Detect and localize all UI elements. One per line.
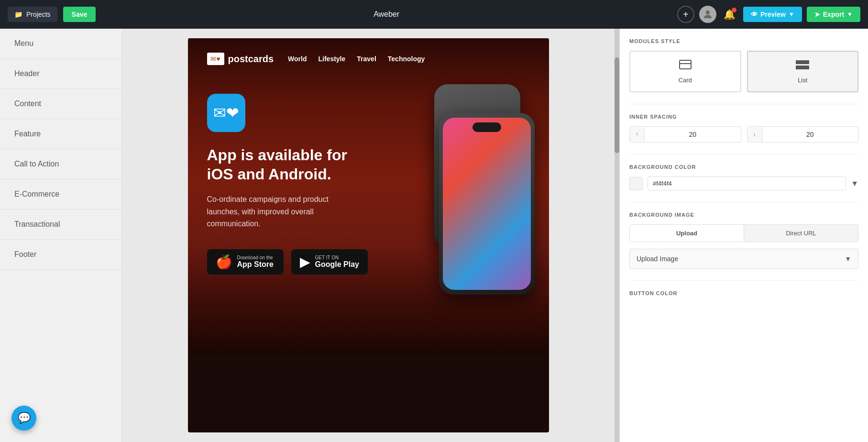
sidebar-label-menu: Menu <box>14 39 33 47</box>
main-layout: Menu Header Content Feature Call to Acti… <box>0 29 868 442</box>
sidebar-item-header[interactable]: Header <box>0 59 121 89</box>
sidebar-label-ecommerce: E-Commerce <box>14 190 59 198</box>
divider-4 <box>629 280 858 281</box>
preview-button[interactable]: 👁 Preview ▼ <box>743 7 802 22</box>
email-nav-links: World Lifestyle Travel Technology <box>288 55 425 63</box>
notification-dot <box>732 8 736 12</box>
phone-front <box>439 113 535 295</box>
right-panel: MODULES STYLE Card List INNER SPACING ↑ … <box>619 29 868 442</box>
button-color-title: BUTTON COLOR <box>629 290 858 296</box>
bg-color-row: ▼ <box>629 177 858 190</box>
sidebar-item-feature[interactable]: Feature <box>0 119 121 149</box>
nav-link-lifestyle: Lifestyle <box>319 55 346 63</box>
svg-rect-4 <box>796 66 809 69</box>
divider-3 <box>629 202 858 202</box>
appstore-text: Download on the App Store <box>237 255 274 269</box>
save-button[interactable]: Save <box>63 7 96 22</box>
sidebar-label-header: Header <box>14 69 39 77</box>
divider-1 <box>629 104 858 104</box>
modules-style-title: MODULES STYLE <box>629 38 858 44</box>
appstore-button[interactable]: 🍎 Download on the App Store <box>207 249 284 275</box>
sidebar-label-transactional: Transactional <box>14 220 60 228</box>
googleplay-button[interactable]: ▶ GET IT ON Google Play <box>291 249 368 275</box>
list-icon <box>795 59 810 73</box>
svg-rect-3 <box>796 60 809 64</box>
projects-label: Projects <box>26 11 51 18</box>
center-wrapper: ✉♥ postcards World Lifestyle Travel Tech… <box>122 29 619 442</box>
sidebar-item-menu[interactable]: Menu <box>0 29 121 59</box>
appstore-sub: Download on the <box>237 255 274 260</box>
bg-image-buttons: Upload Direct URL <box>629 224 858 242</box>
color-value-input[interactable] <box>648 177 846 190</box>
app-icon: ✉❤ <box>213 104 239 122</box>
nav-link-travel: Travel <box>357 55 376 63</box>
googleplay-text: GET IT ON Google Play <box>315 255 359 269</box>
sidebar-label-feature: Feature <box>14 130 41 138</box>
email-logo: ✉♥ postcards <box>207 53 274 65</box>
card-label: Card <box>679 77 692 84</box>
upload-tab[interactable]: Upload <box>630 225 744 242</box>
sidebar-item-footer[interactable]: Footer <box>0 240 121 270</box>
topnav: 📁 Projects Save Aweber + 🔔 👁 Preview ▼ ➤… <box>0 0 868 29</box>
scrollbar-thumb[interactable] <box>615 57 619 153</box>
apple-icon: 🍎 <box>216 254 232 270</box>
color-swatch[interactable] <box>629 177 643 190</box>
email-headline: App is available for iOS and Android. <box>207 145 370 184</box>
spacing-bottom-group: ↓ 20 <box>747 126 859 143</box>
projects-button[interactable]: 📁 Projects <box>8 7 57 22</box>
folder-icon: 📁 <box>14 11 22 18</box>
spacing-bottom-value[interactable]: 20 <box>762 127 858 142</box>
card-option[interactable]: Card <box>629 51 741 92</box>
spacing-top-value[interactable]: 20 <box>645 127 741 142</box>
email-content: ✉❤ App is available for iOS and Android.… <box>207 94 530 285</box>
spacing-top-group: ↑ 20 <box>629 126 741 143</box>
upload-image-label: Upload Image <box>637 255 678 263</box>
canvas-scroll[interactable]: ✉♥ postcards World Lifestyle Travel Tech… <box>122 29 615 442</box>
sidebar-label-content: Content <box>14 99 41 108</box>
svg-rect-1 <box>680 60 691 69</box>
preview-dropdown-arrow: ▼ <box>789 11 794 18</box>
preview-label: Preview <box>760 11 786 18</box>
email-preview: ✉♥ postcards World Lifestyle Travel Tech… <box>188 38 549 432</box>
sidebar-item-ecommerce[interactable]: E-Commerce <box>0 179 121 210</box>
direct-url-tab[interactable]: Direct URL <box>744 225 858 242</box>
scrollbar-track[interactable] <box>615 29 619 442</box>
phone-mockup <box>396 94 530 285</box>
list-label: List <box>798 77 807 84</box>
svg-point-0 <box>706 11 710 14</box>
add-button[interactable]: + <box>677 6 694 23</box>
divider-2 <box>629 154 858 155</box>
sidebar-item-content[interactable]: Content <box>0 89 121 119</box>
phone-screen <box>443 118 531 290</box>
export-label: Export <box>823 11 844 18</box>
module-style-row: Card List <box>629 51 858 92</box>
spacing-bottom-arrow-down[interactable]: ↓ <box>747 127 762 142</box>
inner-spacing-row: ↑ 20 ↓ 20 <box>629 126 858 143</box>
avatar[interactable] <box>699 6 716 23</box>
nav-link-world: World <box>288 55 307 63</box>
eye-icon: 👁 <box>751 11 758 18</box>
sidebar-item-cta[interactable]: Call to Action <box>0 149 121 179</box>
play-icon: ▶ <box>300 254 310 270</box>
logo-icon: ✉♥ <box>207 53 224 65</box>
upload-image-row[interactable]: Upload Image ▼ <box>629 249 858 269</box>
export-button[interactable]: ➤ Export ▼ <box>807 7 860 22</box>
list-option[interactable]: List <box>747 51 859 92</box>
app-icon-box: ✉❤ <box>207 94 245 132</box>
chat-icon: 💬 <box>18 412 31 424</box>
sidebar-item-transactional[interactable]: Transactional <box>0 210 121 240</box>
phone-notch <box>472 122 501 132</box>
sidebar-label-footer: Footer <box>14 250 36 258</box>
notifications-button[interactable]: 🔔 <box>721 6 738 23</box>
export-dropdown-arrow: ▼ <box>847 11 853 18</box>
color-dropdown-arrow[interactable]: ▼ <box>851 179 858 188</box>
email-text-col: ✉❤ App is available for iOS and Android.… <box>207 94 396 275</box>
googleplay-sub: GET IT ON <box>315 255 359 260</box>
left-sidebar: Menu Header Content Feature Call to Acti… <box>0 29 122 442</box>
upload-image-dropdown-arrow: ▼ <box>845 255 851 263</box>
card-icon <box>678 59 693 73</box>
spacing-top-arrow-up[interactable]: ↑ <box>630 127 645 142</box>
store-buttons: 🍎 Download on the App Store ▶ <box>207 249 396 275</box>
chat-bubble[interactable]: 💬 <box>11 406 36 431</box>
logo-text: postcards <box>228 54 274 65</box>
